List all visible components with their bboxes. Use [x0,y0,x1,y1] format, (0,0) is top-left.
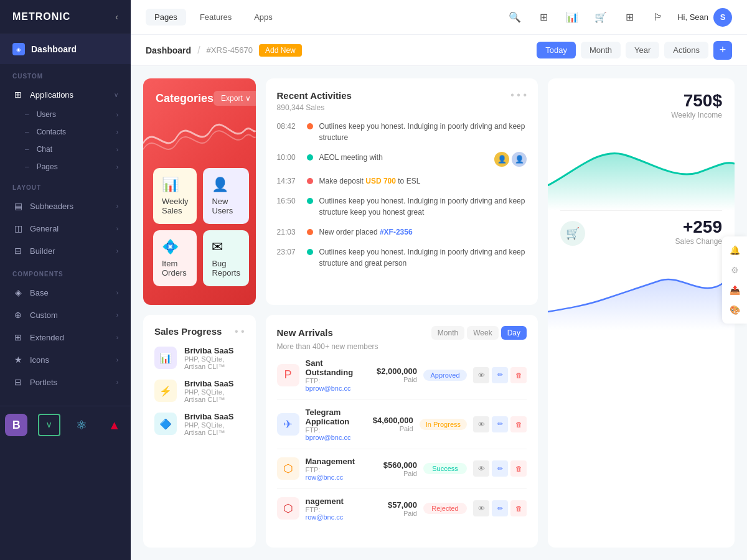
edit-btn-1[interactable]: ✏ [492,367,508,383]
nav-link-pages[interactable]: Pages [146,9,186,26]
arrival-ftp-4: FTP: row@bnc.cc [306,506,355,521]
sales-name-1: Briviba SaaS [184,346,245,355]
view-btn-4[interactable]: 👁 [473,500,489,516]
arrival-price-1: $2,000,000 [361,366,417,376]
act-text-2: AEOL meeting with [319,152,488,163]
edit-btn-4[interactable]: ✏ [492,500,508,516]
sidebar-collapse-button[interactable]: ‹ [115,12,118,22]
view-btn-1[interactable]: 👁 [473,367,489,383]
user-menu[interactable]: Hi, Sean S [677,8,732,27]
contacts-label: Contacts [37,128,66,136]
user-avatar: S [713,8,732,27]
view-btn-3[interactable]: 👁 [473,460,489,477]
export-button[interactable]: Export ∨ [214,91,255,106]
view-btn-2[interactable]: 👁 [473,416,489,432]
arrivals-header: New Arrivals Month Week Day [277,326,527,340]
sales-info-2: Briviba SaaS PHP, SQLite, Artisan CLI™ [184,379,245,403]
tab-month[interactable]: Month [431,326,464,340]
add-button[interactable]: + [713,41,732,60]
framework-react[interactable]: ⚛ [65,406,98,444]
framework-list: B V ⚛ ▲ [0,406,131,444]
export-chevron-icon: ∨ [245,94,251,103]
act-dot-2 [307,154,313,161]
sales-progress-menu[interactable]: • • [235,326,245,337]
portlets-chevron: › [116,379,118,386]
arrival-price-4: $57,000 [361,500,417,510]
act-time-5: 21:03 [277,228,301,236]
weekly-income-chart [548,123,735,210]
activities-subtitle: 890,344 Sales [277,103,527,112]
categories-card: Categories Export ∨ 📊 Weekly Sales [143,78,256,305]
arrival-actions-2: 👁 ✏ 🗑 [473,416,527,432]
cart-icon[interactable]: 🛒 [591,8,610,27]
framework-angular[interactable]: ▲ [98,406,131,444]
grid-icon[interactable]: ⊞ [620,8,639,27]
sidebar-item-custom[interactable]: ⊕ Custom › [0,304,131,326]
add-new-button[interactable]: Add New [259,44,302,57]
base-icon: ◈ [12,287,24,298]
search-icon[interactable]: 🔍 [505,8,524,27]
cat-weekly-sales[interactable]: 📊 Weekly Sales [153,168,197,224]
actions-button[interactable]: Actions [664,42,708,58]
general-label: General [30,224,110,233]
today-button[interactable]: Today [537,42,576,58]
tab-week[interactable]: Week [467,326,498,340]
base-chevron: › [116,289,118,296]
breadcrumb: Dashboard / #XRS-45670 Add New [146,44,302,57]
framework-vue[interactable]: V [33,406,66,444]
edit-btn-2[interactable]: ✏ [492,416,508,432]
act-dot-1 [307,123,313,129]
sidebar-dashboard-item[interactable]: ◈ Dashboard [0,34,131,64]
chart-icon[interactable]: 📊 [563,8,581,27]
sidebar-item-portlets[interactable]: ⊟ Portlets › [0,371,131,393]
activities-card: Recent Activities • • • 890,344 Sales 08… [266,78,538,305]
flag-icon[interactable]: 🏳 [649,8,667,27]
cat-new-users[interactable]: 👤 New Users [203,168,249,224]
del-btn-1[interactable]: 🗑 [510,367,527,383]
right-icon-bell[interactable]: 🔔 [726,241,743,259]
sidebar-item-extended[interactable]: ⊞ Extended › [0,326,131,348]
sidebar-sub-pages[interactable]: – Pages › [0,158,131,175]
year-button[interactable]: Year [626,42,659,58]
sub-dash-pages: – [25,162,29,171]
sidebar-item-base[interactable]: ◈ Base › [0,281,131,304]
arrival-paid-2: Paid [357,425,413,432]
activity-item-3: 14:37 Make deposit USD 700 to ESL [277,175,527,187]
sidebar-sub-users[interactable]: – Users › [0,106,131,123]
activities-menu-button[interactable]: • • • [510,90,527,101]
sidebar-logo-area: METRONIC ‹ [0,0,131,34]
nav-link-apps[interactable]: Apps [245,9,281,26]
sidebar-item-builder[interactable]: ⊟ Builder › [0,240,131,262]
framework-bootstrap[interactable]: B [0,406,33,444]
del-btn-3[interactable]: 🗑 [510,460,527,477]
arrival-amount-3: $560,000 Paid [361,460,417,477]
sidebar-item-applications[interactable]: ⊞ Applications ∨ [0,83,131,106]
sidebar-sub-contacts[interactable]: – Contacts › [0,123,131,141]
sidebar-item-general[interactable]: ◫ General › [0,217,131,240]
sidebar-sub-chat[interactable]: – Chat › [0,141,131,158]
del-btn-2[interactable]: 🗑 [510,416,527,432]
sidebar-item-icons[interactable]: ★ Icons › [0,348,131,371]
cat-item-orders[interactable]: 💠 Item Orders [153,230,197,286]
categories-title: Categories [156,92,214,105]
users-chevron: › [116,111,118,118]
del-btn-4[interactable]: 🗑 [510,500,527,516]
arrival-item-2: ✈ Telegram Application FTP: bprow@bnc.cc… [277,408,527,449]
stats-avatar: 🛒 [560,221,585,246]
edit-btn-3[interactable]: ✏ [492,460,508,477]
act-text-5: New order placed #XF-2356 [319,226,527,238]
arrival-info-3: Management FTP: row@bnc.cc [306,457,355,481]
activities-title: Recent Activities [277,90,352,101]
pages-chevron: › [116,164,118,170]
sidebar-item-subheaders[interactable]: ▤ Subheaders › [0,195,131,217]
right-icon-gear[interactable]: ⚙ [726,261,743,279]
tab-day[interactable]: Day [501,326,527,340]
nav-link-features[interactable]: Features [191,9,240,26]
right-icon-send[interactable]: 📤 [726,281,743,299]
month-button[interactable]: Month [581,42,621,58]
arrival-icon-4: ⬡ [277,497,299,520]
right-icon-palette[interactable]: 🎨 [726,301,743,319]
apps-grid-icon[interactable]: ⊞ [534,8,553,27]
arrival-name-3: Management [306,457,355,466]
cat-bug-reports[interactable]: ✉ Bug Reports [203,230,249,286]
